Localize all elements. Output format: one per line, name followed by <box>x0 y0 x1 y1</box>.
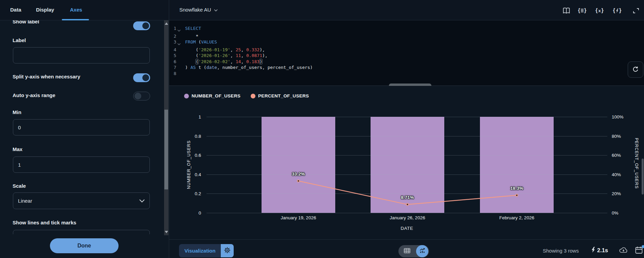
row-count-status: Showing 3 rows <box>543 248 579 254</box>
main-area: 1SELECT2 *3FROM (VALUES4 ('2026-01-19', … <box>169 20 644 258</box>
split-y-axis-toggle[interactable] <box>133 73 150 82</box>
fold-spacer <box>176 71 182 77</box>
chevron-down-icon <box>139 198 145 204</box>
line-number: 8 <box>171 71 176 77</box>
dock-editor-icon[interactable] <box>631 6 641 15</box>
table-icon <box>404 248 410 255</box>
scrollbar-down-arrow[interactable] <box>165 231 168 233</box>
sql-line-4[interactable]: 4 ('2026-01-19', 25, 0.332), <box>171 47 313 53</box>
snippet-list-braces-icon[interactable]: {} <box>577 6 587 15</box>
sql-line-6[interactable]: 6 ('2026-02-02', 14, 0.183) <box>171 59 313 65</box>
cloud-download-icon[interactable] <box>619 246 628 255</box>
axis-label-input[interactable] <box>13 47 150 63</box>
scrollbar-thumb[interactable] <box>164 110 168 189</box>
lightning-icon <box>591 247 595 254</box>
view-toggle <box>398 245 429 257</box>
top-header-bar: Data Display Axes Snowflake AU {} {x} {} <box>0 0 644 20</box>
line-point-2[interactable] <box>516 194 518 196</box>
sidebar-scrollbar[interactable] <box>164 20 168 235</box>
line-number: 4 <box>171 47 176 53</box>
split-y-axis-label: Split y-axis when necessary <box>13 74 80 79</box>
sql-code-text: FROM (VALUES <box>185 39 217 47</box>
sql-code-text: SELECT <box>185 25 201 33</box>
tab-display[interactable]: Display <box>36 7 54 13</box>
min-input[interactable] <box>13 119 150 135</box>
bottom-bar: Visualization <box>169 239 644 258</box>
chart-section: NUMBER_OF_USERSPERCENT_OF_USERS NUMBER_O… <box>169 86 644 239</box>
right-page-scrollbar-thumb[interactable] <box>642 159 644 195</box>
fold-chevron-icon[interactable] <box>176 39 182 47</box>
gear-icon <box>224 247 231 255</box>
refresh-run-button[interactable] <box>628 61 643 78</box>
fold-spacer <box>176 59 182 65</box>
point-value-label: 33.2% <box>292 171 305 177</box>
scrollbar-up-arrow[interactable] <box>165 22 168 25</box>
line-point-1[interactable] <box>407 203 409 205</box>
active-tab-underline <box>62 19 89 20</box>
point-value-label: 8.71% <box>401 195 414 200</box>
visualization-button-group[interactable]: Visualization <box>179 244 234 257</box>
visualization-settings-button[interactable] <box>221 244 234 257</box>
duration-value: 2.1s <box>597 247 608 254</box>
fold-spacer <box>176 33 182 39</box>
notification-dot <box>642 245 644 248</box>
toggle-knob <box>142 22 149 29</box>
sidebar-scroll-area: Show label Label Split y-axis when neces… <box>0 20 164 234</box>
label-field-label: Label <box>13 37 26 43</box>
sidebar-main-divider <box>169 0 169 258</box>
sql-code-text: * <box>185 33 198 39</box>
auto-y-range-toggle[interactable] <box>133 92 150 100</box>
scale-field-label: Scale <box>13 183 26 189</box>
sql-code-lines[interactable]: 1SELECT2 *3FROM (VALUES4 ('2026-01-19', … <box>171 25 313 76</box>
line-number: 2 <box>171 33 176 39</box>
sql-line-1[interactable]: 1SELECT <box>171 25 313 33</box>
sql-code-text: ('2026-01-19', 25, 0.332), <box>185 47 265 53</box>
editor-resize-handle[interactable] <box>389 84 431 86</box>
visualization-button[interactable]: Visualization <box>179 244 221 257</box>
line-number: 6 <box>171 59 176 65</box>
scale-select[interactable]: Linear <box>13 192 150 209</box>
sql-code-text: ) AS t (date, number_of_users, percent_o… <box>185 64 313 71</box>
show-label-label: Show label <box>13 20 39 24</box>
chevron-down-icon <box>214 7 218 13</box>
show-label-toggle[interactable] <box>133 21 150 30</box>
done-button[interactable]: Done <box>50 238 119 253</box>
parameters-braces-bolt-icon[interactable]: {} <box>612 6 622 15</box>
query-duration: 2.1s <box>591 247 608 254</box>
chart-view-button[interactable] <box>416 245 428 257</box>
line-number: 3 <box>171 39 176 47</box>
chart-icon <box>419 248 425 255</box>
axes-settings-sidebar: Show label Label Split y-axis when neces… <box>0 20 169 258</box>
variables-braces-x-icon[interactable]: {x} <box>595 6 604 15</box>
sql-line-2[interactable]: 2 * <box>171 33 313 39</box>
sidebar-footer: Done <box>0 234 164 258</box>
toggle-knob <box>142 74 149 81</box>
max-input[interactable] <box>13 156 150 173</box>
sql-editor[interactable]: 1SELECT2 *3FROM (VALUES4 ('2026-01-19', … <box>169 20 644 86</box>
auto-y-range-label: Auto y-axis range <box>13 92 55 98</box>
tab-data[interactable]: Data <box>10 7 21 13</box>
sql-line-5[interactable]: 5 ('2026-01-26', 11, 0.0871), <box>171 53 313 59</box>
table-view-button[interactable] <box>398 248 415 255</box>
database-picker[interactable]: Snowflake AU <box>179 7 218 13</box>
show-lines-select-partial[interactable] <box>13 230 150 234</box>
min-field-label: Min <box>13 109 21 115</box>
sql-line-8[interactable]: 8 <box>171 71 313 77</box>
line-point-0[interactable] <box>298 180 300 182</box>
fold-spacer <box>176 53 182 59</box>
database-name: Snowflake AU <box>179 7 211 13</box>
line-number: 5 <box>171 53 176 59</box>
show-lines-label: Show lines and tick marks <box>13 220 76 225</box>
fold-chevron-icon[interactable] <box>176 25 182 33</box>
line-number: 1 <box>171 25 176 33</box>
tab-axes[interactable]: Axes <box>70 7 82 13</box>
line-series-percent_of_users <box>169 86 644 240</box>
sql-code-text: ('2026-01-26', 11, 0.0871), <box>185 53 268 59</box>
toggle-knob <box>135 93 141 99</box>
fold-spacer <box>176 47 182 53</box>
sql-line-7[interactable]: 7) AS t (date, number_of_users, percent_… <box>171 64 313 71</box>
sql-line-3[interactable]: 3FROM (VALUES <box>171 39 313 47</box>
sql-code-text: ('2026-02-02', 14, 0.183) <box>185 59 262 65</box>
book-icon[interactable] <box>561 6 571 15</box>
max-field-label: Max <box>13 146 22 152</box>
